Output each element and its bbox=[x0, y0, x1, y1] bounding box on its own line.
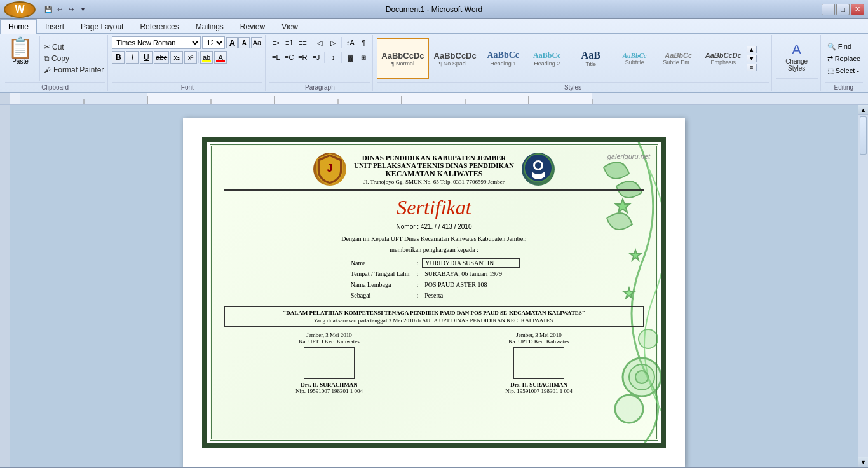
minimize-button[interactable]: ─ bbox=[822, 4, 835, 15]
quick-access-dropdown[interactable]: ▾ bbox=[78, 4, 88, 15]
show-hide-button[interactable]: ¶ bbox=[357, 36, 370, 49]
undo-button[interactable]: ↩ bbox=[55, 4, 65, 15]
tab-page-layout[interactable]: Page Layout bbox=[72, 19, 132, 34]
close-button[interactable]: ✕ bbox=[851, 4, 864, 15]
change-styles-icon: A bbox=[792, 41, 801, 58]
style-no-spacing[interactable]: AaBbCcDc ¶ No Spaci... bbox=[430, 38, 481, 79]
find-label: Find bbox=[838, 43, 851, 50]
styles-scroll-more[interactable]: ≡ bbox=[747, 64, 757, 71]
font-row-2: B I U abc x₂ x² ab A bbox=[112, 51, 262, 64]
shading-button[interactable]: ▓ bbox=[344, 51, 356, 64]
change-styles-label: Change Styles bbox=[781, 58, 813, 72]
tab-mailings[interactable]: Mailings bbox=[187, 19, 232, 34]
save-button[interactable]: 💾 bbox=[43, 4, 53, 15]
scroll-up-button[interactable]: ▲ bbox=[858, 105, 868, 115]
align-center-button[interactable]: ≡C bbox=[283, 51, 295, 64]
cert-colon4: : bbox=[414, 291, 421, 300]
strikethrough-button[interactable]: abc bbox=[154, 51, 169, 64]
document-area: galeriguru.net J DINAS PENDIDIK bbox=[0, 105, 868, 467]
cert-name2: Drs. H. SURACHMAN bbox=[505, 382, 573, 388]
cert-colon1: : bbox=[414, 258, 421, 268]
copy-button[interactable]: ⧉ Copy bbox=[43, 53, 105, 64]
font-name-select[interactable]: Times New Roman bbox=[112, 36, 201, 49]
copy-icon: ⧉ bbox=[44, 54, 50, 63]
scroll-thumb[interactable] bbox=[860, 116, 867, 155]
cert-dinas: DINAS PENDIDIKAN KABUPATEN JEMBER bbox=[354, 154, 514, 162]
office-button[interactable]: W bbox=[4, 1, 36, 18]
select-button[interactable]: ⬚ Select - bbox=[825, 65, 863, 76]
maximize-button[interactable]: □ bbox=[836, 4, 850, 15]
scroll-track[interactable] bbox=[858, 115, 868, 457]
change-styles-button[interactable]: A Change Styles bbox=[776, 36, 818, 77]
style-emphasis-preview: AaBbCcDc bbox=[705, 52, 742, 59]
cert-role2: Ka. UPTD Kec. Kaliwates bbox=[505, 338, 573, 345]
tab-insert[interactable]: Insert bbox=[37, 19, 72, 34]
font-size-select[interactable]: 12 bbox=[202, 36, 225, 49]
multilevel-button[interactable]: ≡≡ bbox=[296, 36, 309, 49]
font-row-1: Times New Roman 12 A A Aa bbox=[112, 36, 262, 49]
scroll-down-button[interactable]: ▼ bbox=[858, 457, 868, 467]
cert-sig-box-right bbox=[513, 347, 564, 379]
paste-button[interactable]: 📋 Paste bbox=[5, 36, 36, 66]
tab-references[interactable]: References bbox=[132, 19, 187, 34]
cert-statement-text: "DALAM PELATIHAN KOMPETENSI TENAGA PENDI… bbox=[227, 310, 641, 316]
cert-body1: Dengan ini Kepala UPT Dinas Kecamatan Ka… bbox=[224, 235, 644, 242]
editing-group: 🔍 Find ⇄ Replace ⬚ Select - Editing bbox=[822, 35, 865, 91]
line-spacing-button[interactable]: ↕ bbox=[327, 51, 339, 64]
find-button[interactable]: 🔍 Find bbox=[825, 41, 863, 52]
style-title-preview: AaB bbox=[581, 50, 600, 61]
cut-button[interactable]: ✂ Cut bbox=[43, 42, 105, 52]
subscript-button[interactable]: x₂ bbox=[170, 51, 183, 64]
style-nospace-label: ¶ No Spaci... bbox=[438, 60, 471, 67]
cert-sig-box-left bbox=[304, 347, 355, 379]
shrink-font-button[interactable]: A bbox=[238, 37, 250, 48]
styles-group: AaBbCcDc ¶ Normal AaBbCcDc ¶ No Spaci...… bbox=[374, 35, 771, 91]
clipboard-actions: ✂ Cut ⧉ Copy 🖌 Format Painter bbox=[43, 36, 105, 81]
clear-format-button[interactable]: Aa bbox=[251, 37, 262, 48]
style-emphasis[interactable]: AaBbCcDc Emphasis bbox=[701, 38, 746, 79]
cert-ttl-value: SURABAYA, 06 Januari 1979 bbox=[422, 269, 520, 279]
font-color-button[interactable]: A bbox=[214, 51, 227, 64]
align-left-button[interactable]: ≡L bbox=[269, 51, 282, 64]
borders-button[interactable]: ⊞ bbox=[357, 51, 370, 64]
bold-button[interactable]: B bbox=[112, 51, 125, 64]
tab-view[interactable]: View bbox=[273, 19, 306, 34]
para-sep3 bbox=[324, 52, 325, 63]
style-heading1[interactable]: AaBbCc Heading 1 bbox=[482, 38, 525, 79]
style-normal[interactable]: AaBbCcDc ¶ Normal bbox=[377, 38, 428, 79]
underline-button[interactable]: U bbox=[140, 51, 153, 64]
style-subtitle[interactable]: AaBbCc Subtitle bbox=[613, 38, 656, 79]
highlight-button[interactable]: ab bbox=[200, 51, 213, 64]
style-h2-label: Heading 2 bbox=[534, 60, 560, 67]
cert-colon2: : bbox=[414, 269, 421, 279]
vertical-scrollbar[interactable]: ▲ ▼ bbox=[858, 105, 868, 467]
styles-scroll-down[interactable]: ▼ bbox=[747, 55, 757, 62]
numbering-button[interactable]: ≡1 bbox=[283, 36, 295, 49]
document-scroll-area[interactable]: galeriguru.net J DINAS PENDIDIK bbox=[10, 105, 858, 467]
align-right-button[interactable]: ≡R bbox=[296, 51, 309, 64]
bullets-button[interactable]: ≡• bbox=[269, 36, 282, 49]
tab-home[interactable]: Home bbox=[0, 19, 37, 34]
cert-name1: Drs. H. SURACHMAN bbox=[295, 382, 363, 388]
ribbon: Home Insert Page Layout References Maili… bbox=[0, 19, 868, 93]
cut-label: Cut bbox=[52, 43, 64, 52]
ruler-corner[interactable] bbox=[0, 93, 10, 105]
style-title[interactable]: AaB Title bbox=[569, 38, 613, 79]
cert-title-text: DINAS PENDIDIKAN KABUPATEN JEMBER UNIT P… bbox=[354, 154, 514, 185]
decrease-indent-button[interactable]: ◁ bbox=[313, 36, 326, 49]
replace-button[interactable]: ⇄ Replace bbox=[825, 53, 863, 64]
grow-font-button[interactable]: A bbox=[226, 37, 238, 48]
tab-review[interactable]: Review bbox=[232, 19, 273, 34]
style-subtle-emphasis[interactable]: AaBbCc Subtle Em... bbox=[657, 38, 700, 79]
increase-indent-button[interactable]: ▷ bbox=[327, 36, 339, 49]
redo-button[interactable]: ↪ bbox=[66, 4, 76, 15]
superscript-button[interactable]: x² bbox=[184, 51, 197, 64]
justify-button[interactable]: ≡J bbox=[309, 51, 322, 64]
italic-button[interactable]: I bbox=[126, 51, 139, 64]
format-painter-button[interactable]: 🖌 Format Painter bbox=[43, 65, 105, 75]
sort-button[interactable]: ↕A bbox=[344, 36, 356, 49]
style-heading2[interactable]: AaBbCc Heading 2 bbox=[526, 38, 569, 79]
cert-colon3: : bbox=[414, 280, 421, 289]
styles-scroll-up[interactable]: ▲ bbox=[747, 46, 757, 53]
find-icon: 🔍 bbox=[827, 43, 836, 51]
